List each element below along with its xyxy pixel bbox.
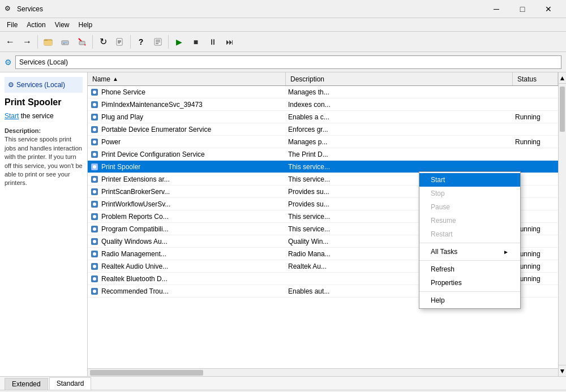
stop-button[interactable]: ■ [188,34,204,50]
svg-point-47 [93,290,96,293]
service-panel: Name ▲ Description Status Phone Service … [88,72,558,376]
col-description[interactable]: Description [286,72,513,85]
scroll-up-button[interactable]: ▲ [559,72,566,84]
vertical-scrollbar[interactable]: ▲ ▼ [558,72,566,376]
horizontal-scrollbar[interactable] [88,368,558,376]
start-suffix: the service [19,112,53,120]
description-text: This service spools print jobs and handl… [5,136,83,186]
service-desc-cell: Manages th... [286,88,513,96]
tab-extended[interactable]: Extended [5,378,48,390]
scroll-thumb[interactable] [560,87,565,132]
service-icon [90,113,99,122]
svg-point-23 [93,140,96,144]
service-name-cell: Recommended Trou... [88,287,286,296]
play-button[interactable]: ▶ [171,34,187,50]
svg-point-19 [93,115,96,119]
service-icon [90,274,99,283]
service-name-cell: Printer Extensions ar... [88,175,286,184]
service-desc-cell: Enforces gr... [286,126,513,133]
svg-point-29 [93,178,96,181]
table-row[interactable]: Phone Service Manages th... [88,86,558,98]
tab-standard[interactable]: Standard [49,377,92,390]
service-icon [90,287,99,296]
toolbar-separator-4 [168,35,169,49]
svg-point-37 [93,227,96,231]
svg-point-31 [93,190,96,193]
table-row[interactable]: Plug and Play Enables a c... Running [88,111,558,123]
context-menu-all-tasks[interactable]: All Tasks ► [419,245,520,259]
svg-point-15 [93,91,96,94]
svg-point-27 [93,165,96,169]
status-bar: Start service Print Spooler on Local Com… [0,390,566,392]
service-desc-cell: This service... [286,163,513,171]
help-button[interactable]: ? [133,34,149,50]
service-name-cell: PrintWorkflowUserSv... [88,200,286,209]
service-icon [90,200,99,209]
menu-action[interactable]: Action [22,20,50,30]
context-menu-pause[interactable]: Pause [419,200,520,214]
scroll-down-button[interactable]: ▼ [559,365,566,376]
svg-point-3 [63,43,65,44]
properties-button[interactable] [150,34,166,50]
service-name-cell: Print Device Configuration Service [88,150,286,159]
col-name[interactable]: Name ▲ [88,72,286,85]
service-desc-cell: The Print D... [286,150,513,158]
service-name-cell: Problem Reports Co... [88,212,286,221]
address-text: Services (Local) [19,58,68,66]
svg-point-43 [93,265,96,268]
context-menu-stop[interactable]: Stop [419,187,520,200]
service-name-cell: Realtek Audio Unive... [88,262,286,271]
table-row[interactable]: Portable Device Enumerator Service Enfor… [88,123,558,136]
forward-button[interactable]: → [19,34,35,50]
start-link[interactable]: Start [5,112,19,120]
context-menu-separator-1 [419,243,520,243]
context-menu-properties[interactable]: Properties [419,276,520,290]
toolbar-separator-2 [92,35,93,49]
service-name-cell: Power [88,137,286,147]
context-menu-help[interactable]: Help [419,294,520,307]
svg-rect-5 [79,41,85,45]
map-drive-button[interactable] [57,34,73,50]
service-icon [90,225,99,234]
toolbar: ← → ↻ ? ▶ ■ ⏸ ⏭ [0,32,566,52]
menu-view[interactable]: View [50,20,74,30]
minimize-button[interactable]: ─ [483,0,509,18]
service-name-cell: Quality Windows Au... [88,237,286,246]
step-button[interactable]: ⏭ [222,34,238,50]
disconnect-button[interactable] [74,34,90,50]
service-icon [90,125,99,134]
context-menu-refresh[interactable]: Refresh [419,262,520,276]
service-icon [90,162,99,171]
menu-bar: File Action View Help [0,18,566,32]
table-row[interactable]: PimIndexMaintenanceSvc_39473 Indexes con… [88,98,558,111]
context-menu-resume[interactable]: Resume [419,214,520,227]
service-desc-cell: Enables a c... [286,113,513,121]
service-name-cell: Print Spooler [88,162,286,171]
maximize-button[interactable]: □ [509,0,535,18]
window-title: Services [17,5,483,13]
close-button[interactable]: ✕ [535,0,561,18]
menu-file[interactable]: File [2,20,22,30]
table-header: Name ▲ Description Status [88,72,558,86]
refresh-button[interactable]: ↻ [95,34,111,50]
service-name-cell: Program Compatibili... [88,225,286,234]
pause-button[interactable]: ⏸ [205,34,221,50]
service-status-cell: Running [513,113,558,121]
col-status[interactable]: Status [513,72,558,85]
table-row[interactable]: Power Manages p... Running [88,136,558,148]
service-name-cell: PrintScanBrokerServ... [88,187,286,196]
folder-button[interactable] [40,34,56,50]
service-icon [90,150,99,159]
svg-point-35 [93,215,96,218]
svg-point-39 [93,240,96,243]
service-icon [90,187,99,196]
left-panel-nav[interactable]: ⚙ Services (Local) [5,77,83,93]
svg-point-33 [93,203,96,206]
svg-point-17 [93,103,96,106]
export-button[interactable] [112,34,128,50]
menu-help[interactable]: Help [74,20,97,30]
context-menu-restart[interactable]: Restart [419,227,520,241]
back-button[interactable]: ← [2,34,18,50]
table-row[interactable]: Print Device Configuration Service The P… [88,148,558,161]
context-menu-start[interactable]: Start [419,173,520,187]
